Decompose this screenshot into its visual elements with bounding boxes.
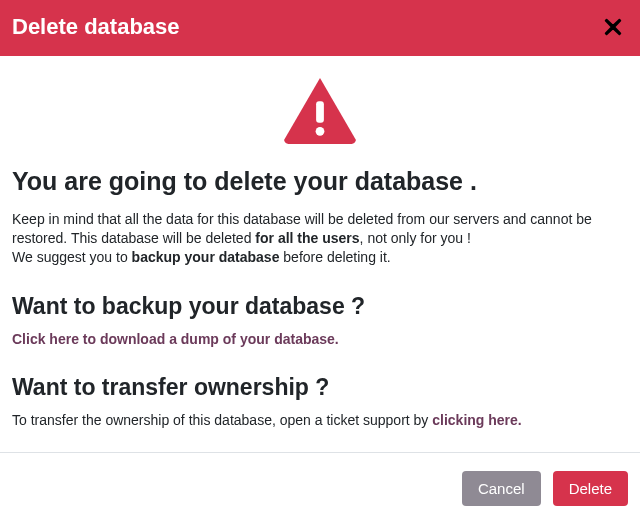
transfer-paragraph: To transfer the ownership of this databa…	[12, 411, 628, 430]
modal-title: Delete database	[12, 14, 180, 40]
svg-rect-0	[316, 101, 324, 122]
warning-paragraph-2: We suggest you to backup your database b…	[12, 248, 628, 267]
modal-footer: Cancel Delete	[0, 452, 640, 518]
warning-icon	[12, 76, 628, 144]
backup-heading: Want to backup your database ?	[12, 293, 628, 320]
warning-paragraph-1: Keep in mind that all the data for this …	[12, 210, 628, 248]
text-bold: for all the users	[255, 230, 359, 246]
text: We suggest you to	[12, 249, 132, 265]
text: , not only for you !	[360, 230, 471, 246]
modal-header: Delete database	[0, 0, 640, 56]
text: To transfer the ownership of this databa…	[12, 412, 432, 428]
text-bold: backup your database	[132, 249, 280, 265]
cancel-button[interactable]: Cancel	[462, 471, 541, 506]
delete-database-modal: Delete database You are going to delete …	[0, 0, 640, 518]
close-button[interactable]	[598, 16, 628, 38]
delete-button[interactable]: Delete	[553, 471, 628, 506]
text: before deleting it.	[279, 249, 390, 265]
close-icon	[602, 16, 624, 38]
transfer-heading: Want to transfer ownership ?	[12, 374, 628, 401]
open-ticket-link[interactable]: clicking here.	[432, 412, 521, 428]
delete-warning-heading: You are going to delete your database .	[12, 166, 628, 196]
modal-body: You are going to delete your database . …	[0, 56, 640, 452]
download-dump-link[interactable]: Click here to download a dump of your da…	[12, 331, 339, 347]
svg-point-1	[316, 127, 325, 136]
